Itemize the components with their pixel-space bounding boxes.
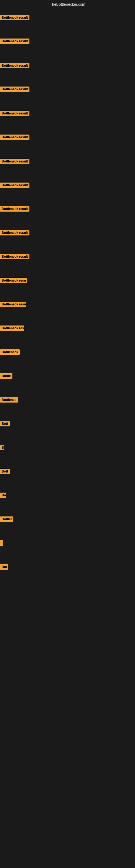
- bottleneck-badge-row: Bottleneck resu: [0, 278, 27, 284]
- bottleneck-badge[interactable]: Bottleneck result: [0, 63, 30, 68]
- bottleneck-badge-row: Bottler: [0, 517, 13, 523]
- bottleneck-badge[interactable]: Bottle: [0, 373, 12, 379]
- bottleneck-badge[interactable]: Bottleneck result: [0, 111, 30, 116]
- bottleneck-badge-row: Bottleneck resu: [0, 326, 24, 332]
- bottleneck-badge-row: Bot: [0, 564, 8, 571]
- bottleneck-badge[interactable]: Bo: [0, 493, 6, 498]
- bottleneck-badge-row: Bottleneck result: [0, 254, 30, 260]
- bottleneck-badge-row: Bottleneck result: [0, 230, 30, 237]
- bottleneck-badge[interactable]: Bottlenec: [0, 397, 18, 403]
- bottleneck-badge-row: Bottleneck result: [0, 87, 30, 93]
- bottleneck-badge-row: Bottleneck result: [0, 159, 30, 165]
- bottleneck-badge-row: Bottleneck result: [0, 111, 30, 117]
- bottleneck-badge-row: Bottle: [0, 373, 12, 380]
- bottleneck-badge[interactable]: Bottleneck result: [0, 38, 30, 44]
- bottleneck-badge-row: Bottlenec: [0, 397, 18, 404]
- bottleneck-badge[interactable]: Bottleneck resu: [0, 278, 27, 283]
- bottleneck-badge[interactable]: Bot: [0, 564, 8, 569]
- bottleneck-badge-row: Bottleneck result: [0, 134, 30, 141]
- bottleneck-badge[interactable]: Bottleneck resu: [0, 326, 24, 331]
- bottleneck-badge-row: Bottleneck result: [0, 183, 30, 189]
- bottleneck-badge[interactable]: B: [0, 445, 4, 450]
- bottleneck-badge[interactable]: Bottleneck result: [0, 15, 30, 20]
- bottleneck-badge-row: Bottleneck: [0, 349, 20, 356]
- site-title: TheBottlenecker.com: [0, 0, 135, 8]
- bottleneck-badge-row: B: [0, 445, 4, 452]
- bottleneck-badge[interactable]: |: [0, 540, 3, 546]
- bottleneck-badge[interactable]: Bott: [0, 421, 10, 426]
- bottleneck-badge[interactable]: Bottleneck result: [0, 206, 30, 212]
- bottleneck-badge[interactable]: Bottleneck result: [0, 134, 30, 140]
- bottleneck-badge-row: Bottleneck result: [0, 15, 30, 22]
- bottleneck-badge-row: Bott: [0, 421, 10, 428]
- bottleneck-badge-row: |: [0, 540, 3, 547]
- bottleneck-badge-row: Bottleneck result: [0, 206, 30, 213]
- bottleneck-badge-row: Bottleneck resu: [0, 302, 26, 308]
- bottleneck-badge[interactable]: Bottleneck result: [0, 183, 30, 188]
- bottleneck-badge-row: Bottleneck result: [0, 63, 30, 69]
- bottleneck-badge[interactable]: Bottleneck: [0, 349, 20, 355]
- bottleneck-badge-row: Bottleneck result: [0, 38, 30, 45]
- bottleneck-badge[interactable]: Bottler: [0, 517, 13, 522]
- bottleneck-badge[interactable]: Bottleneck result: [0, 87, 30, 92]
- bottleneck-badge-row: Bott: [0, 469, 10, 475]
- bottleneck-badge[interactable]: Bottleneck resu: [0, 302, 26, 307]
- bottleneck-badge-row: Bo: [0, 493, 6, 499]
- bottleneck-badge[interactable]: Bottleneck result: [0, 159, 30, 164]
- bottleneck-badge[interactable]: Bott: [0, 469, 10, 474]
- bottleneck-badge[interactable]: Bottleneck result: [0, 254, 30, 259]
- bottleneck-badge[interactable]: Bottleneck result: [0, 230, 30, 236]
